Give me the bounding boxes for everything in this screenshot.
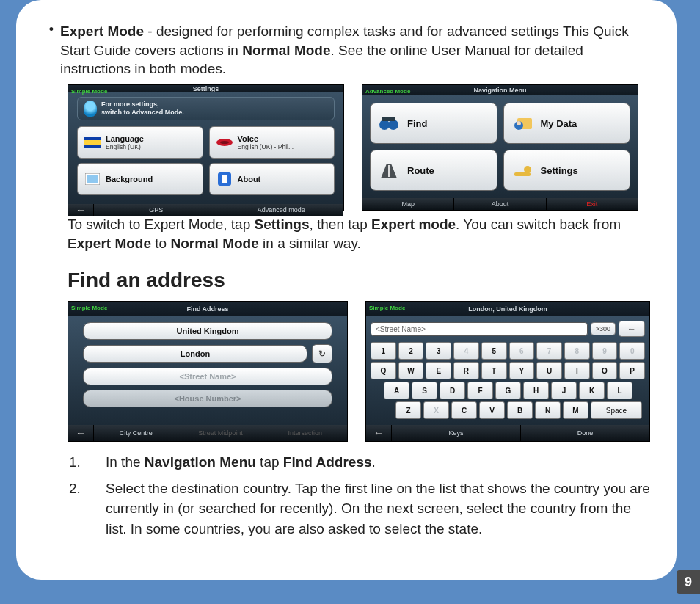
about-button[interactable]: About (209, 163, 335, 195)
key-2[interactable]: 2 (398, 342, 424, 360)
key-3[interactable]: 3 (426, 342, 451, 360)
key-f[interactable]: F (467, 382, 493, 399)
footer-about[interactable]: About (454, 198, 546, 210)
svg-rect-7 (222, 175, 227, 183)
back-arrow-icon[interactable]: ← (68, 204, 94, 216)
key-0[interactable]: 0 (619, 342, 645, 360)
svg-rect-10 (382, 117, 395, 121)
key-t[interactable]: T (481, 362, 507, 379)
voice-button[interactable]: Voice English (UK) - Phil... (209, 126, 335, 159)
key-m[interactable]: M (563, 401, 588, 419)
kb-title: London, United Kingdom (468, 305, 547, 313)
key-c[interactable]: C (451, 401, 477, 419)
navsettings-button[interactable]: Settings (503, 150, 631, 191)
p1-seg3: . You can switch back from (456, 217, 621, 232)
key-8[interactable]: 8 (564, 342, 590, 360)
key-1[interactable]: 1 (371, 342, 396, 360)
mydata-button[interactable]: My Data (503, 103, 631, 144)
key-p[interactable]: P (619, 362, 645, 379)
footer-gps[interactable]: GPS (94, 204, 219, 216)
images-row-2: Simple Mode Find Address United Kingdom … (68, 301, 650, 442)
street-line[interactable]: <Street Name> (83, 368, 332, 385)
key-r[interactable]: R (453, 362, 479, 379)
lips-icon (216, 135, 233, 150)
house-line[interactable]: <House Number> (83, 390, 332, 407)
key-7[interactable]: 7 (536, 342, 562, 360)
key-l[interactable]: L (607, 382, 632, 399)
kb-search-field[interactable]: <Street Name> (371, 322, 588, 336)
key-y[interactable]: Y (509, 362, 535, 379)
settings-header: Simple Mode Settings (68, 85, 343, 92)
expert-mode-bullet: • Expert Mode - designed for performing … (43, 22, 650, 79)
kb-result-count[interactable]: >300 (591, 322, 616, 335)
key-6[interactable]: 6 (509, 342, 535, 360)
normal-mode-bold: Normal Mode (242, 43, 330, 58)
nav-menu-screenshot: Advanced Mode Navigation Menu Find (362, 84, 638, 211)
footer-midpoint[interactable]: Street Midpoint (178, 425, 263, 441)
svg-point-13 (517, 121, 521, 125)
key-a[interactable]: A (384, 382, 409, 399)
key-i[interactable]: I (564, 362, 590, 379)
nav-header: Advanced Mode Navigation Menu (362, 85, 638, 95)
language-button[interactable]: Language English (UK) (77, 126, 203, 159)
nav-body: Find My Data Route (362, 95, 638, 198)
back-arrow-icon-2[interactable]: ← (68, 425, 94, 441)
key-k[interactable]: K (579, 382, 605, 399)
about-label: About (238, 175, 261, 183)
reload-icon[interactable]: ↻ (312, 344, 332, 363)
footer-keys[interactable]: Keys (392, 425, 521, 441)
key-v[interactable]: V (479, 401, 505, 419)
kb-row: QWERTYUIOP (371, 362, 645, 379)
key-e[interactable]: E (426, 362, 451, 379)
page-number: 9 (677, 570, 700, 594)
images-row-1: Simple Mode Settings For more settings, … (68, 84, 650, 211)
advanced-mode-hint: For more settings, switch to Advanced Mo… (77, 97, 335, 120)
key-q[interactable]: Q (371, 362, 396, 379)
city-line[interactable]: London (83, 345, 307, 363)
s1-navmenu-bold: Navigation Menu (145, 454, 256, 470)
key-u[interactable]: U (536, 362, 562, 379)
footer-intersection[interactable]: Intersection (263, 425, 347, 441)
binoculars-icon (378, 114, 400, 132)
navsettings-label: Settings (541, 165, 578, 176)
findaddr-mode: Simple Mode (71, 305, 107, 311)
backspace-icon[interactable]: ← (619, 321, 645, 337)
footer-done[interactable]: Done (521, 425, 649, 441)
key-space[interactable]: Space (591, 401, 642, 419)
footer-citycentre[interactable]: City Centre (94, 425, 178, 441)
key-d[interactable]: D (440, 382, 465, 399)
kb-row: 1234567890 (371, 342, 645, 360)
find-button[interactable]: Find (370, 103, 497, 144)
back-arrow-icon-3[interactable]: ← (366, 425, 392, 441)
kb-row: ZXCVBNMSpace (395, 401, 645, 419)
key-z[interactable]: Z (395, 401, 421, 419)
key-b[interactable]: B (507, 401, 533, 419)
wrench-icon (511, 161, 533, 179)
route-button[interactable]: Route (370, 150, 497, 191)
key-s[interactable]: S (412, 382, 437, 399)
about-icon (216, 172, 233, 186)
footer-exit[interactable]: Exit (547, 198, 638, 210)
key-w[interactable]: W (398, 362, 424, 379)
route-label: Route (407, 165, 434, 176)
key-n[interactable]: N (535, 401, 561, 419)
key-j[interactable]: J (551, 382, 577, 399)
findaddr-title: Find Address (186, 305, 228, 313)
key-h[interactable]: H (523, 382, 549, 399)
key-x[interactable]: X (423, 401, 449, 419)
key-9[interactable]: 9 (592, 342, 618, 360)
p1-expertmode-bold: Expert mode (371, 217, 456, 232)
footer-map[interactable]: Map (362, 198, 454, 210)
key-5[interactable]: 5 (481, 342, 507, 360)
find-label: Find (407, 118, 427, 129)
hint-line-1: For more settings, (101, 101, 184, 109)
key-o[interactable]: O (592, 362, 618, 379)
s1-seg: In the (106, 454, 145, 470)
key-4[interactable]: 4 (453, 342, 479, 360)
s1-seg3: . (372, 454, 376, 470)
background-button[interactable]: Background (77, 163, 203, 195)
country-line[interactable]: United Kingdom (83, 322, 332, 340)
key-g[interactable]: G (495, 382, 521, 399)
svg-point-9 (388, 120, 398, 130)
footer-advanced-mode[interactable]: Advanced mode (219, 204, 344, 216)
